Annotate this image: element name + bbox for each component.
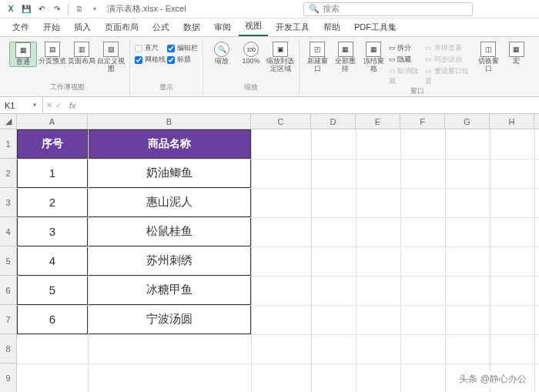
arrange-all-button[interactable]: ▦全部重排 [333,42,360,73]
row-header[interactable]: 1 [0,129,16,159]
row-header[interactable]: 5 [0,246,16,276]
sync-scroll-button[interactable]: ▭ 同步滚动 [425,55,474,65]
headings-checkbox[interactable]: 标题 [167,55,198,65]
select-all-corner[interactable]: ◢ [0,114,16,129]
header-name: 商品名称 [88,129,251,159]
row-header[interactable]: 9 [0,364,16,392]
view-pagebreak-button[interactable]: ▤分页预览 [38,42,66,65]
ribbon-group-show: 直尺 网格线 编辑栏 标题 显示 [130,39,203,95]
hide-button[interactable]: ▭ 隐藏 [389,55,424,65]
tab-9[interactable]: 帮助 [317,18,346,36]
freeze-panes-button[interactable]: ▦冻结窗格 [360,42,387,73]
tab-4[interactable]: 公式 [146,18,176,36]
unhide-button[interactable]: ▭ 取消隐藏 [389,66,424,86]
split-button[interactable]: ▭ 拆分 [389,43,424,53]
save-icon[interactable]: 💾 [20,3,32,15]
redo-icon[interactable]: ↷ [51,3,63,15]
ruler-checkbox[interactable]: 直尺 [135,43,166,53]
tab-3[interactable]: 页面布局 [99,18,145,36]
col-header[interactable]: B [88,114,251,129]
side-by-side-button[interactable]: ▭ 并排查看 [425,43,474,53]
name-box[interactable]: K1▼ [0,97,43,113]
ribbon-group-zoom: 🔍缩放 100100% ▣缩放到选定区域 缩放 [203,39,300,95]
view-normal-button[interactable]: ▦普通 [9,42,37,67]
row-header[interactable]: 8 [0,334,16,364]
row-header[interactable]: 6 [0,276,16,305]
watermark: 头条 @静心办公 [454,371,531,387]
ribbon-group-views: ▦普通 ▤分页预览 ▥页面布局 ▧自定义视图 工作薄视图 [5,39,130,95]
ribbon-tabs: 文件开始插入页面布局公式数据审阅视图开发工具帮助PDF工具集 [0,18,539,37]
row-header[interactable]: 2 [0,159,16,188]
header-seq: 序号 [17,129,88,159]
col-header[interactable]: G [445,114,490,129]
tab-5[interactable]: 数据 [177,18,206,36]
dropdown-icon[interactable]: ▼ [89,3,101,15]
cancel-icon[interactable]: ✕ [46,101,52,109]
col-header[interactable]: A [17,114,88,129]
ribbon-group-window: ◰新建窗口 ▦全部重排 ▦冻结窗格 ▭ 拆分 ▭ 隐藏 ▭ 取消隐藏 ▭ 并排查… [300,39,534,95]
search-icon: 🔍 [309,4,320,14]
cell-grid[interactable]: 序号 商品名称 1奶油鲫鱼2惠山泥人3松鼠桂鱼4苏州刺绣5冰糖甲鱼6宁波汤圆 [17,129,539,392]
title-bar: X 💾 ↶ ↷ 🗎 ▼ 演示表格.xlsx - Excel 🔍 搜索 [0,0,539,18]
table-row: 4苏州刺绣 [17,246,251,276]
window-title: 演示表格.xlsx - Excel [107,3,186,15]
file-icon[interactable]: 🗎 [73,3,85,15]
col-header[interactable]: E [356,114,400,129]
formulabar-checkbox[interactable]: 编辑栏 [167,43,198,53]
undo-icon[interactable]: ↶ [35,3,48,15]
data-table: 序号 商品名称 1奶油鲫鱼2惠山泥人3松鼠桂鱼4苏州刺绣5冰糖甲鱼6宁波汤圆 [17,129,251,334]
col-header[interactable]: H [490,114,534,129]
enter-icon[interactable]: ✓ [55,101,62,109]
worksheet[interactable]: ◢ 123456789 ABCDEFGH 序号 商品名称 1奶油鲫鱼2惠山泥人3… [0,114,539,392]
table-row: 6宁波汤圆 [17,305,251,334]
view-custom-button[interactable]: ▧自定义视图 [97,42,125,73]
zoom-selection-button[interactable]: ▣缩放到选定区域 [266,42,294,73]
excel-icon: X [5,3,17,15]
formula-bar: K1▼ ✕✓ fx [0,97,539,114]
tab-2[interactable]: 插入 [68,18,97,36]
row-header[interactable]: 4 [0,217,16,246]
gridlines-checkbox[interactable]: 网格线 [135,55,166,65]
ribbon: ▦普通 ▤分页预览 ▥页面布局 ▧自定义视图 工作薄视图 直尺 网格线 编辑栏 … [0,37,539,97]
row-header[interactable]: 3 [0,188,16,217]
column-headers: ABCDEFGH [17,114,539,129]
table-row: 5冰糖甲鱼 [17,276,251,305]
tab-8[interactable]: 开发工具 [270,18,316,36]
search-input[interactable]: 🔍 搜索 [303,2,473,16]
switch-window-button[interactable]: ◫切换窗口 [475,42,502,73]
tab-7[interactable]: 视图 [239,17,268,36]
new-window-button[interactable]: ◰新建窗口 [304,42,331,73]
table-row: 2惠山泥人 [17,188,251,217]
tab-6[interactable]: 审阅 [208,18,237,36]
row-header[interactable]: 7 [0,305,16,334]
macros-button[interactable]: ▦宏 [503,42,530,65]
tab-10[interactable]: PDF工具集 [348,18,403,36]
col-header[interactable]: F [400,114,445,129]
col-header[interactable]: C [251,114,311,129]
table-row: 1奶油鲫鱼 [17,159,251,188]
zoom-button[interactable]: 🔍缩放 [208,42,236,65]
fx-label: fx [65,101,81,110]
tab-1[interactable]: 开始 [37,18,66,36]
view-pagelayout-button[interactable]: ▥页面布局 [68,42,95,65]
table-row: 3松鼠桂鱼 [17,217,251,246]
col-header[interactable]: D [311,114,356,129]
zoom-100-button[interactable]: 100100% [237,42,265,65]
row-headers: ◢ 123456789 [0,114,17,392]
tab-0[interactable]: 文件 [6,18,35,36]
reset-pos-button[interactable]: ▭ 重设窗口位置 [425,66,474,86]
